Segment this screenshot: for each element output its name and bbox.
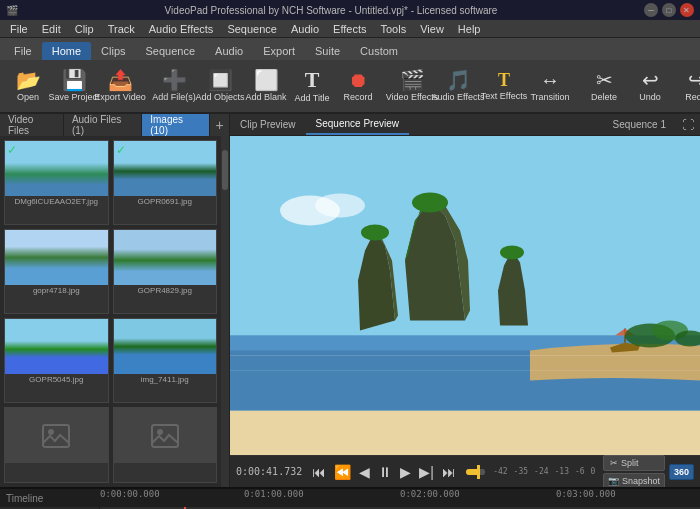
media-item[interactable]	[4, 407, 109, 483]
transition-button[interactable]: ↔ Transition	[528, 62, 572, 110]
export-icon: 📤	[108, 70, 133, 90]
minimize-button[interactable]: ─	[644, 3, 658, 17]
media-thumbnail	[5, 319, 108, 374]
tab-clip-preview[interactable]: Clip Preview	[230, 114, 306, 135]
menu-audio[interactable]: Audio	[285, 22, 325, 36]
open-button[interactable]: 📂 Open	[6, 62, 50, 110]
media-thumbnail	[5, 408, 108, 463]
add-tab-button[interactable]: +	[210, 117, 229, 133]
play-button[interactable]: ▶	[398, 462, 413, 482]
add-objects-label: Add Objects	[195, 92, 244, 102]
media-thumbnail	[5, 230, 108, 285]
menu-sequence[interactable]: Sequence	[221, 22, 283, 36]
scrollbar[interactable]	[221, 136, 229, 487]
tab-images[interactable]: Images (10)	[142, 114, 210, 136]
media-thumbnail	[114, 141, 217, 196]
media-item[interactable]: gopr4718.jpg	[4, 229, 109, 314]
maximize-button[interactable]: □	[662, 3, 676, 17]
add-objects-button[interactable]: 🔲 Add Objects	[198, 62, 242, 110]
menu-tools[interactable]: Tools	[375, 22, 413, 36]
media-filename: gopr4718.jpg	[5, 285, 108, 296]
save-label: Save Project	[48, 92, 99, 102]
progress-bar[interactable]	[466, 469, 485, 475]
step-back-button[interactable]: ◀	[357, 462, 372, 482]
media-filename	[5, 463, 108, 465]
menu-view[interactable]: View	[414, 22, 450, 36]
undo-button[interactable]: ↩ Undo	[628, 62, 672, 110]
add-blank-label: Add Blank	[245, 92, 286, 102]
fullscreen-button[interactable]: ⛶	[676, 118, 700, 132]
progress-marker	[477, 465, 480, 479]
open-icon: 📂	[16, 70, 41, 90]
tab-suite[interactable]: Suite	[305, 42, 350, 60]
pause-button[interactable]: ⏸	[376, 462, 394, 482]
menu-effects[interactable]: Effects	[327, 22, 372, 36]
redo-button[interactable]: ↪ Redo	[674, 62, 700, 110]
media-check-icon: ✓	[7, 143, 17, 157]
add-objects-icon: 🔲	[208, 70, 233, 90]
media-item[interactable]	[113, 407, 218, 483]
delete-button[interactable]: ✂ Delete	[582, 62, 626, 110]
video-effects-button[interactable]: 🎬 Video Effects	[390, 62, 434, 110]
360-button[interactable]: 360	[669, 464, 694, 480]
tab-sequence[interactable]: Sequence	[136, 42, 206, 60]
step-forward-button[interactable]: ▶|	[417, 462, 436, 482]
left-panel: Video Files Audio Files (1) Images (10) …	[0, 114, 230, 487]
add-title-button[interactable]: T Add Title	[290, 62, 334, 110]
audio-effects-icon: 🎵	[446, 70, 471, 90]
goto-start-button[interactable]: ⏮	[310, 462, 328, 482]
split-button[interactable]: ✂ Split	[603, 455, 665, 471]
main-toolbar: 📂 Open 💾 Save Project 📤 Export Video ➕ A…	[0, 60, 700, 114]
media-grid: ✓ DMg6lCUEAAO2ET.jpg ✓ GOPR0691.jpg gopr…	[0, 136, 221, 487]
media-item[interactable]: ✓ GOPR0691.jpg	[113, 140, 218, 225]
media-check-icon: ✓	[116, 143, 126, 157]
media-filename: img_7411.jpg	[114, 374, 217, 385]
tab-clips[interactable]: Clips	[91, 42, 135, 60]
menu-edit[interactable]: Edit	[36, 22, 67, 36]
record-button[interactable]: ⏺ Record	[336, 62, 380, 110]
tab-export[interactable]: Export	[253, 42, 305, 60]
menu-audio-effects[interactable]: Audio Effects	[143, 22, 220, 36]
app-icon: 🎬	[6, 5, 18, 16]
rewind-button[interactable]: ⏪	[332, 462, 353, 482]
text-effects-label: Text Effects	[481, 91, 527, 101]
tab-audio[interactable]: Audio	[205, 42, 253, 60]
text-effects-button[interactable]: T Text Effects	[482, 62, 526, 110]
media-item[interactable]: GOPR5045.jpg	[4, 318, 109, 403]
preview-scene	[230, 136, 700, 455]
tab-sequence-preview[interactable]: Sequence Preview	[306, 114, 409, 135]
menu-file[interactable]: File	[4, 22, 34, 36]
media-item[interactable]: img_7411.jpg	[113, 318, 218, 403]
title-bar: 🎬 VideoPad Professional by NCH Software …	[0, 0, 700, 20]
add-title-icon: T	[305, 69, 320, 91]
tab-file[interactable]: File	[4, 42, 42, 60]
scroll-thumb[interactable]	[222, 150, 228, 190]
menu-help[interactable]: Help	[452, 22, 487, 36]
add-blank-button[interactable]: ⬜ Add Blank	[244, 62, 288, 110]
preview-area	[230, 136, 700, 455]
close-button[interactable]: ✕	[680, 3, 694, 17]
svg-rect-0	[43, 425, 69, 447]
media-item[interactable]: ✓ DMg6lCUEAAO2ET.jpg	[4, 140, 109, 225]
goto-end-button[interactable]: ⏭	[440, 462, 458, 482]
tab-custom[interactable]: Custom	[350, 42, 408, 60]
menu-track[interactable]: Track	[102, 22, 141, 36]
audio-effects-button[interactable]: 🎵 Audio Effects	[436, 62, 480, 110]
main-content: Video Files Audio Files (1) Images (10) …	[0, 114, 700, 487]
menu-clip[interactable]: Clip	[69, 22, 100, 36]
timeline-title: Timeline	[0, 493, 100, 504]
save-project-button[interactable]: 💾 Save Project	[52, 62, 96, 110]
add-file-button[interactable]: ➕ Add File(s)	[152, 62, 196, 110]
transport-tools: ✂ Split 📷 Snapshot	[603, 455, 665, 489]
time-marks: -42 -35 -24 -13 -6 0	[493, 467, 595, 476]
tab-home[interactable]: Home	[42, 42, 91, 60]
window-controls: ─ □ ✕	[644, 3, 694, 17]
svg-point-1	[48, 429, 54, 435]
sequence-title: Sequence 1	[613, 119, 676, 130]
svg-point-6	[315, 194, 365, 218]
tab-video-files[interactable]: Video Files	[0, 114, 64, 136]
export-video-button[interactable]: 📤 Export Video	[98, 62, 142, 110]
tab-audio-files[interactable]: Audio Files (1)	[64, 114, 142, 136]
media-item[interactable]: GOPR4829.jpg	[113, 229, 218, 314]
add-file-label: Add File(s)	[152, 92, 196, 102]
